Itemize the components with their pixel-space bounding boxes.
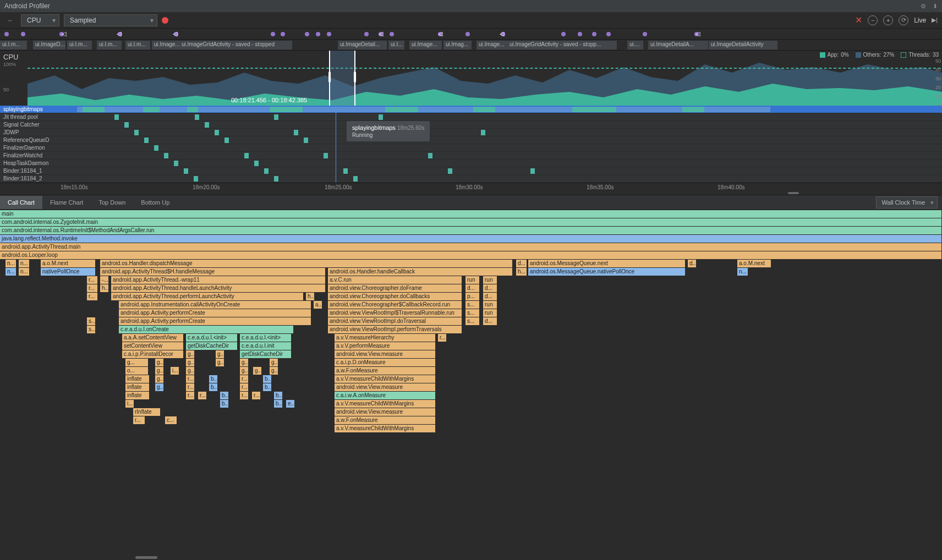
call-frame[interactable]: run	[483, 301, 497, 309]
activity-segment[interactable]: ui.Image...	[477, 41, 510, 50]
call-frame[interactable]: android.os.MessageQueue.next	[528, 260, 686, 267]
thread-row[interactable]: HeapTaskDaemon	[0, 160, 942, 167]
call-frame[interactable]: g...	[216, 359, 224, 366]
call-frame[interactable]: a...	[314, 301, 322, 309]
call-frame[interactable]: r...	[87, 284, 98, 292]
call-frame[interactable]: g...	[253, 367, 262, 375]
call-frame[interactable]: b...	[263, 383, 272, 391]
call-frame[interactable]: a.v.V.performMeasure	[335, 342, 436, 350]
call-frame[interactable]: n...	[19, 268, 30, 276]
call-frame[interactable]: n...	[6, 268, 17, 276]
call-frame[interactable]: a.w.F.onMeasure	[335, 367, 436, 375]
activity-segment[interactable]: ui.ImageDetailA...	[648, 41, 709, 50]
call-frame[interactable]: android.view.Choreographer.doCallbacks	[328, 293, 462, 300]
activity-segment[interactable]: ui.ImageGridActivity - saved - stopped	[179, 41, 293, 50]
thread-row[interactable]: Binder:16184_1	[0, 167, 942, 175]
call-frame[interactable]: getDiskCacheDir	[240, 350, 292, 358]
call-frame[interactable]: d...	[516, 260, 527, 267]
call-frame[interactable]: rInflate	[133, 408, 161, 416]
call-frame[interactable]: n...	[6, 260, 17, 267]
thread-row[interactable]: ReferenceQueueD	[0, 136, 942, 144]
call-frame[interactable]: r...	[133, 416, 145, 424]
call-frame[interactable]: e...	[286, 400, 295, 408]
activity-segment[interactable]: ui.I...	[388, 41, 405, 50]
call-frame[interactable]: s...	[87, 317, 96, 325]
call-frame[interactable]: run	[483, 276, 497, 284]
call-frame[interactable]: g...	[186, 350, 195, 358]
call-frame[interactable]: a.v.V.measureChildWithMargins	[335, 425, 436, 432]
call-frame[interactable]: h...	[100, 284, 109, 292]
call-chart[interactable]: maincom.android.internal.os.ZygoteInit.m…	[0, 210, 942, 560]
call-frame[interactable]: android.view.Choreographer$CallbackRecor…	[328, 301, 462, 309]
call-frame[interactable]: getDiskCacheDir	[186, 342, 238, 350]
call-frame[interactable]: b...	[209, 383, 218, 391]
playhead[interactable]	[336, 106, 336, 183]
call-frame[interactable]: inflate	[125, 383, 150, 391]
call-frame[interactable]: b...	[220, 392, 229, 399]
call-frame[interactable]: b...	[220, 400, 229, 408]
call-frame[interactable]: h...	[306, 293, 315, 300]
call-frame[interactable]: c.e.a.d.u.I.onCreate	[119, 326, 294, 333]
call-frame[interactable]: android.app.ActivityThread.performLaunch…	[111, 293, 304, 300]
call-frame[interactable]: g...	[155, 359, 164, 366]
call-frame[interactable]: r...	[186, 383, 195, 391]
activity-segment[interactable]: ui.I.m...	[97, 41, 122, 50]
selection-handle-left[interactable]	[328, 72, 331, 83]
call-frame[interactable]: -...	[100, 276, 109, 284]
call-frame[interactable]: s...	[465, 317, 480, 325]
call-frame[interactable]: c.a.i.p.P.installDecor	[122, 350, 184, 358]
call-frame[interactable]: android.view.ViewRootImpl$TraversalRunna…	[328, 309, 462, 317]
activity-segment[interactable]: ui.I.m...	[125, 41, 151, 50]
time-mode-dropdown[interactable]: Wall Clock Time	[876, 196, 938, 208]
cpu-chart[interactable]: CPU 100% 50 App: 0% Others: 27% Threads:…	[0, 51, 942, 106]
call-frame[interactable]: com.android.internal.os.RuntimeInit$Meth…	[0, 227, 942, 234]
call-frame[interactable]: main	[0, 210, 942, 218]
call-frame[interactable]: c.a.i.p.D.onMeasure	[335, 359, 436, 366]
call-frame[interactable]: s...	[87, 326, 96, 333]
call-frame[interactable]: c...	[165, 416, 177, 424]
zoom-reset-button[interactable]: ⟳	[899, 15, 908, 25]
call-frame[interactable]: g...	[155, 367, 164, 375]
close-icon[interactable]: ✕	[855, 15, 862, 25]
sampling-dropdown[interactable]: Sampled	[64, 14, 157, 26]
call-frame[interactable]: i...	[171, 367, 179, 375]
call-frame[interactable]: s...	[465, 301, 480, 309]
horizontal-scrollbar[interactable]	[135, 556, 157, 559]
tab-call-chart[interactable]: Call Chart	[0, 196, 42, 209]
call-frame[interactable]: android.os.MessageQueue.nativePollOnce	[528, 268, 686, 276]
call-frame[interactable]: c.e.a.d.u.I.<init>	[240, 334, 292, 342]
call-frame[interactable]: r...	[240, 375, 249, 383]
call-frame[interactable]: setContentView	[122, 342, 184, 350]
call-frame[interactable]: b...	[274, 400, 283, 408]
call-frame[interactable]: r...	[87, 276, 98, 284]
call-frame[interactable]: android.view.View.measure	[335, 408, 436, 416]
tab-flame-chart[interactable]: Flame Chart	[42, 196, 91, 209]
call-frame[interactable]: g...	[216, 350, 224, 358]
call-frame[interactable]: r...	[186, 375, 195, 383]
call-frame[interactable]: android.os.Handler.dispatchMessage	[100, 260, 513, 267]
call-frame[interactable]: r...	[198, 392, 207, 399]
call-frame[interactable]: g...	[240, 367, 249, 375]
call-frame[interactable]: g...	[155, 383, 164, 391]
activity-segment[interactable]: ui.ImageDetail...	[338, 41, 387, 50]
call-frame[interactable]: g...	[186, 359, 195, 366]
thread-row[interactable]: Jit thread pool	[0, 113, 942, 121]
activity-segment[interactable]: ui.Image...	[409, 41, 442, 50]
time-ruler[interactable]: 18m15.00s18m20.00s18m25.00s18m30.00s18m3…	[0, 183, 942, 195]
call-frame[interactable]: inflate	[125, 375, 150, 383]
call-frame[interactable]: a.v.V.measureChildWithMargins	[335, 400, 436, 408]
call-frame[interactable]: android.view.View.measure	[335, 383, 436, 391]
call-frame[interactable]: run	[483, 309, 497, 317]
back-button[interactable]: ←	[4, 14, 17, 26]
call-frame[interactable]: s...	[465, 309, 480, 317]
thread-row[interactable]: FinalizerDaemon	[0, 144, 942, 152]
thread-row[interactable]: JDWP	[0, 129, 942, 136]
call-frame[interactable]: d...	[483, 284, 497, 292]
call-frame[interactable]: nativePollOnce	[41, 268, 96, 276]
cpu-selection-range[interactable]	[329, 51, 355, 106]
call-frame[interactable]: a.v.V.measureChildWithMargins	[335, 375, 436, 383]
call-frame[interactable]: c.e.a.d.u.I.<init>	[186, 334, 238, 342]
call-frame[interactable]: b...	[209, 375, 218, 383]
call-frame[interactable]: c.e.a.d.u.I.init	[240, 342, 292, 350]
call-frame[interactable]: android.os.Handler.handleCallback	[328, 268, 513, 276]
